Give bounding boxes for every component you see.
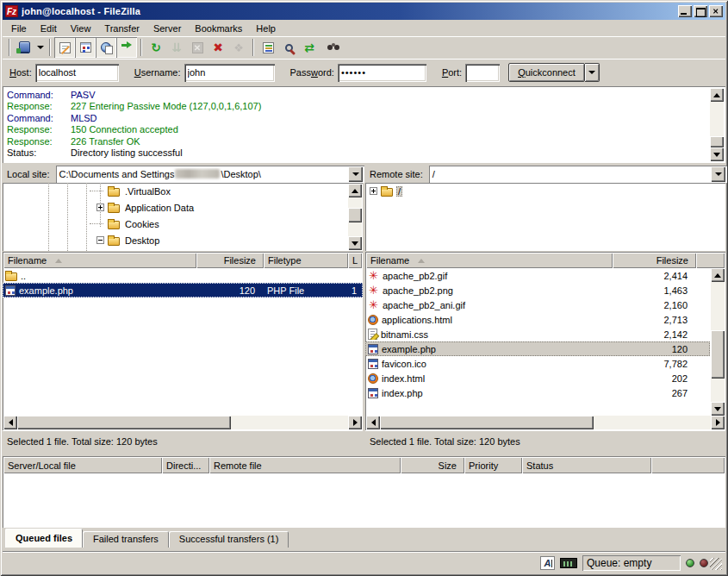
site-manager-button[interactable] — [14, 37, 34, 58]
menu-transfer[interactable]: Transfer — [97, 22, 146, 35]
file-row[interactable]: apache_pb2.gif 2,414 — [365, 268, 710, 283]
column-size[interactable]: Size — [401, 457, 464, 473]
file-row[interactable]: apache_pb2.png 1,463 — [365, 283, 710, 297]
process-queue-icon: ⇊ — [171, 41, 182, 53]
file-row-parent-dir[interactable]: .. — [3, 268, 363, 283]
toggle-queue-button[interactable] — [116, 37, 137, 58]
password-input[interactable] — [338, 64, 426, 82]
file-row-example-php[interactable]: example.php 120 — [365, 341, 710, 356]
scroll-thumb[interactable] — [711, 330, 725, 379]
quickconnect-bar: Host: Username: Password: Port: Quickcon… — [3, 59, 725, 85]
encryption-indicator-icon[interactable] — [560, 558, 577, 568]
toggle-local-tree-button[interactable] — [75, 37, 96, 58]
menu-edit[interactable]: Edit — [34, 22, 64, 35]
file-row[interactable]: apache_pb2_ani.gif 2,160 — [365, 297, 710, 312]
toolbar-separator — [140, 39, 142, 56]
remote-list-hscrollbar[interactable] — [366, 416, 725, 429]
scroll-down-button[interactable] — [710, 147, 724, 161]
column-filename[interactable]: Filename — [3, 253, 196, 268]
scroll-right-button[interactable] — [348, 416, 362, 429]
column-server-local-file[interactable]: Server/Local file — [3, 457, 162, 473]
scroll-thumb[interactable] — [348, 208, 362, 222]
scroll-right-button[interactable] — [711, 416, 725, 429]
scroll-up-button[interactable] — [711, 268, 725, 282]
host-input[interactable] — [35, 64, 119, 82]
tab-queued-files[interactable]: Queued files — [5, 529, 83, 548]
tree-item-desktop[interactable]: Desktop — [3, 232, 363, 248]
username-input[interactable] — [184, 64, 275, 82]
magnifier-icon — [285, 44, 293, 52]
port-input[interactable] — [465, 64, 500, 82]
local-tree-scrollbar[interactable] — [348, 184, 362, 250]
directory-comparison-button[interactable] — [258, 37, 278, 58]
scroll-thumb[interactable] — [17, 416, 231, 429]
toggle-message-log-button[interactable] — [54, 37, 75, 58]
collapse-icon[interactable] — [96, 236, 104, 244]
menu-view[interactable]: View — [64, 22, 98, 35]
find-files-button[interactable] — [320, 37, 340, 58]
menu-file[interactable]: File — [4, 22, 34, 35]
scroll-down-button[interactable] — [348, 236, 362, 250]
host-label: Host: — [9, 67, 32, 78]
scroll-down-button[interactable] — [711, 402, 725, 416]
minimize-button[interactable] — [678, 5, 692, 17]
column-priority[interactable]: Priority — [464, 457, 522, 473]
menu-bookmarks[interactable]: Bookmarks — [188, 22, 249, 35]
local-list-hscrollbar[interactable] — [3, 416, 362, 429]
file-row[interactable]: bitnami.css 2,142 — [365, 327, 710, 341]
column-status[interactable]: Status — [522, 457, 651, 473]
refresh-button[interactable]: ↻ — [146, 37, 166, 58]
maximize-button[interactable] — [694, 5, 707, 17]
scroll-left-button[interactable] — [366, 416, 380, 429]
filename-filters-button[interactable] — [278, 37, 299, 58]
reconnect-button[interactable]: ❖ — [228, 37, 249, 58]
remote-list-scrollbar[interactable] — [711, 268, 725, 416]
file-row[interactable]: index.html 202 — [365, 371, 710, 385]
quickconnect-button[interactable]: Quickconnect — [508, 63, 585, 82]
tree-item-cookies[interactable]: Cookies — [3, 216, 363, 232]
tree-item-root[interactable]: / — [365, 183, 725, 199]
file-row-example-php[interactable]: example.php 120 PHP File 1 — [3, 283, 363, 297]
menu-server[interactable]: Server — [146, 22, 188, 35]
data-type-indicator-icon[interactable]: A — [540, 556, 555, 570]
file-row[interactable]: favicon.ico 7,782 — [365, 356, 710, 371]
column-filesize[interactable]: Filesize — [613, 253, 696, 268]
scroll-up-button[interactable] — [348, 184, 362, 197]
column-filesize[interactable]: Filesize — [196, 253, 264, 268]
scroll-thumb[interactable] — [380, 416, 594, 429]
tab-failed-transfers[interactable]: Failed transfers — [83, 531, 169, 548]
disconnect-button[interactable]: ✖ — [208, 37, 228, 58]
menu-help[interactable]: Help — [249, 22, 283, 35]
resize-grip[interactable] — [710, 558, 722, 570]
titlebar[interactable]: Fz john@localhost - FileZilla — [3, 3, 725, 20]
file-row[interactable]: applications.html 2,713 — [365, 312, 710, 327]
tab-successful-transfers[interactable]: Successful transfers (1) — [169, 531, 289, 548]
local-site-dropdown[interactable] — [348, 166, 363, 182]
transfer-queue-icon — [121, 42, 133, 53]
process-queue-button[interactable]: ⇊ — [166, 37, 187, 58]
expand-icon[interactable] — [370, 187, 377, 195]
site-manager-dropdown[interactable] — [34, 37, 46, 58]
apache-feather-icon — [368, 270, 379, 281]
log-scrollbar[interactable] — [710, 88, 724, 161]
column-direction[interactable]: Directi... — [162, 457, 209, 473]
scroll-thumb[interactable] — [710, 136, 724, 147]
toggle-remote-tree-button[interactable] — [96, 37, 116, 58]
column-filetype[interactable]: Filetype — [264, 253, 348, 268]
tree-item-application-data[interactable]: Application Data — [3, 199, 363, 216]
synchronized-browsing-button[interactable]: ⇄ — [299, 37, 320, 58]
close-button[interactable] — [709, 5, 723, 17]
remote-site-dropdown[interactable] — [711, 166, 725, 182]
column-filename[interactable]: Filename — [366, 253, 613, 268]
file-row[interactable]: index.php 267 — [365, 385, 710, 400]
scroll-left-button[interactable] — [3, 416, 17, 429]
column-remote-file[interactable]: Remote file — [209, 457, 401, 473]
scroll-up-button[interactable] — [710, 88, 724, 102]
expand-icon[interactable] — [96, 203, 104, 211]
tree-item-virtualbox[interactable]: .VirtualBox — [3, 183, 363, 199]
column-last-modified[interactable]: L — [348, 253, 362, 268]
local-site-combo[interactable]: C:\Documents and Settings\Desktop\ — [56, 166, 364, 183]
remote-site-combo[interactable]: / — [429, 166, 727, 183]
cancel-operation-button[interactable]: ✕ — [187, 37, 208, 58]
quickconnect-dropdown[interactable] — [585, 63, 600, 82]
